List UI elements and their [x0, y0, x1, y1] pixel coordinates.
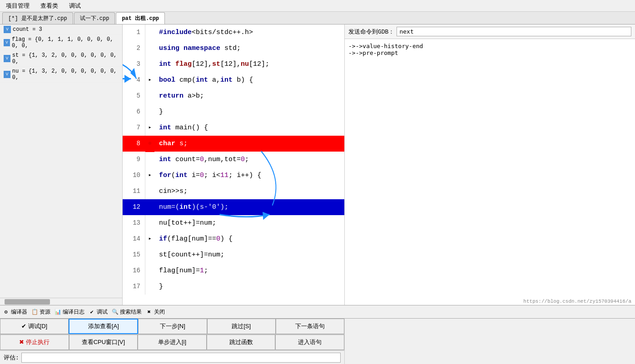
line-number-15: 15 [123, 247, 145, 263]
code-line-6: 6} [123, 104, 344, 120]
line-code-3: int flag[12],st[12],nu[12]; [154, 56, 344, 72]
line-number-14: 14 [123, 231, 145, 247]
line-code-1: #include<bits/stdc++.h> [154, 25, 344, 40]
breakpoint-icon: ● [148, 139, 152, 148]
line-number-12: 12 [123, 199, 145, 215]
build-log-icon: 📊 [54, 308, 61, 315]
add-watch-button[interactable]: 添加查看[A] [69, 319, 138, 334]
line-number-9: 9 [123, 152, 145, 167]
line-number-2: 2 [123, 40, 145, 56]
code-line-16: 16flag[num]=1; [123, 263, 344, 279]
line-number-6: 6 [123, 104, 145, 120]
tab-0[interactable]: [*] 是不是太胖了.cpp [2, 12, 73, 24]
line-number-5: 5 [123, 88, 145, 104]
right-panel: 发送命令到GDB： ->->value-history-end ->->pre-… [344, 25, 635, 305]
code-line-10: 10▸for(int i=0; i<11; i++) { [123, 167, 344, 183]
code-line-3: 3int flag[12],st[12],nu[12]; [123, 56, 344, 72]
var-item-1[interactable]: V flag = {0, 1, 1, 1, 0, 0, 0, 0, 0, 0, [0, 35, 122, 51]
eval-label: 评估: [4, 354, 19, 362]
menu-view[interactable]: 查看类 [37, 1, 62, 11]
var-text-0: count = 3 [13, 26, 42, 33]
line-code-8: char s; [154, 136, 344, 152]
toolbar-debug[interactable]: ✔ 调试 [88, 308, 108, 316]
step-into-button[interactable]: 单步进入[i] [138, 334, 207, 350]
code-line-4: 4▸bool cmp(int a,int b) { [123, 72, 344, 88]
var-text-2: st = {1, 3, 2, 0, 0, 0, 0, 0, 0, 0, [12, 52, 119, 65]
menu-project[interactable]: 项目管理 [2, 1, 33, 11]
line-code-2: using namespace std; [154, 40, 344, 56]
next-step-button[interactable]: 下一步[N] [138, 319, 207, 334]
menu-debug[interactable]: 调试 [65, 1, 84, 11]
bottom-toolbar: ⚙ 编译器 📋 资源 📊 编译日志 ✔ 调试 🔍 搜索结果 ✖ 关闭 [0, 305, 635, 319]
line-number-13: 13 [123, 215, 145, 231]
gdb-command-input[interactable] [397, 27, 631, 36]
line-code-12: num=(int)(s-'0'); [154, 199, 344, 215]
line-number-4: 4 [123, 72, 145, 88]
skip-func-button[interactable]: 跳过函数 [207, 334, 276, 350]
line-number-16: 16 [123, 263, 145, 279]
code-line-9: 9int count=0,num,tot=0; [123, 152, 344, 167]
line-code-17: } [154, 279, 344, 295]
line-number-17: 17 [123, 279, 145, 295]
code-line-11: 11cin>>s; [123, 183, 344, 199]
menu-bar: 项目管理 查看类 调试 [0, 0, 635, 12]
code-line-12: 12num=(int)(s-'0'); [123, 199, 344, 215]
bottom-left: ✔ 调试[D] 添加查看[A] 下一步[N] 跳过[S] 下一条语句 ✖ 停止执… [0, 319, 344, 364]
line-code-5: return a>b; [154, 88, 344, 104]
var-item-2[interactable]: V st = {1, 3, 2, 0, 0, 0, 0, 0, 0, 0, [0, 51, 122, 67]
toolbar-compiler-label: 编译器 [11, 308, 27, 316]
eval-bar: 评估: [0, 350, 344, 364]
var-item-3[interactable]: V nu = {1, 3, 2, 0, 0, 0, 0, 0, 0, 0, [0, 67, 122, 83]
line-code-13: nu[tot++]=num; [154, 215, 344, 231]
stop-exec-button[interactable]: ✖ 停止执行 [0, 334, 69, 350]
skip-button[interactable]: 跳过[S] [207, 319, 276, 334]
toolbar-compiler[interactable]: ⚙ 编译器 [2, 308, 27, 316]
gdb-label: 发送命令到GDB： [348, 28, 394, 36]
eval-input[interactable] [21, 353, 341, 363]
var-icon-0: V [4, 26, 11, 33]
line-code-16: flag[num]=1; [154, 263, 344, 279]
view-cpu-button[interactable]: 查看CPU窗口[V] [69, 334, 138, 350]
gdb-url: https://blog.csdn.net/zy1570394416/a [345, 298, 635, 305]
line-code-9: int count=0,num,tot=0; [154, 152, 344, 167]
h-scrollbar[interactable] [0, 298, 122, 305]
action-buttons-row2: ✖ 停止执行 查看CPU窗口[V] 单步进入[i] 跳过函数 进入语句 [0, 334, 344, 350]
line-indicator-10: ▸ [145, 167, 154, 183]
bottom-area: ✔ 调试[D] 添加查看[A] 下一步[N] 跳过[S] 下一条语句 ✖ 停止执… [0, 319, 635, 364]
var-icon-1: V [4, 39, 10, 46]
action-buttons-row1: ✔ 调试[D] 添加查看[A] 下一步[N] 跳过[S] 下一条语句 [0, 319, 344, 334]
toolbar-resources[interactable]: 📋 资源 [31, 308, 50, 316]
toolbar-search-results[interactable]: 🔍 搜索结果 [111, 308, 142, 316]
code-line-2: 2using namespace std; [123, 40, 344, 56]
code-line-8: 8●char s; [123, 136, 344, 152]
var-text-3: nu = {1, 3, 2, 0, 0, 0, 0, 0, 0, 0, [12, 68, 119, 81]
code-line-17: 17} [123, 279, 344, 295]
main-area: V count = 3 V flag = {0, 1, 1, 1, 0, 0, … [0, 25, 635, 305]
line-indicator-14: ▸ [145, 231, 154, 247]
debug-button[interactable]: ✔ 调试[D] [0, 319, 69, 334]
var-text-1: flag = {0, 1, 1, 1, 0, 0, 0, 0, 0, 0, [12, 36, 119, 49]
line-code-6: } [154, 104, 344, 120]
toolbar-close[interactable]: ✖ 关闭 [145, 308, 165, 316]
code-editor[interactable]: 1#include<bits/stdc++.h>2using namespace… [123, 25, 344, 305]
var-icon-2: V [4, 55, 10, 62]
close-icon: ✖ [145, 308, 153, 315]
debug-icon: ✔ [88, 308, 95, 315]
bottom-right [344, 319, 635, 364]
enter-statement-button[interactable]: 进入语句 [275, 334, 344, 350]
code-line-15: 15st[count++]=num; [123, 247, 344, 263]
tab-2[interactable]: pat 出租.cpp [116, 12, 165, 24]
toolbar-build-log-label: 编译日志 [63, 308, 84, 316]
var-item-0[interactable]: V count = 3 [0, 25, 122, 35]
variables-panel: V count = 3 V flag = {0, 1, 1, 1, 0, 0, … [0, 25, 123, 305]
line-number-8: 8 [123, 136, 145, 152]
gdb-input-row: 发送命令到GDB： [345, 25, 635, 39]
gdb-output: ->->value-history-end ->->pre-prompt [345, 39, 635, 298]
var-icon-3: V [4, 71, 10, 78]
code-lines: 1#include<bits/stdc++.h>2using namespace… [123, 25, 344, 305]
toolbar-build-log[interactable]: 📊 编译日志 [54, 308, 84, 316]
scrollbar-thumb[interactable] [5, 299, 50, 305]
next-statement-button[interactable]: 下一条语句 [276, 319, 344, 334]
line-number-3: 3 [123, 56, 145, 72]
tab-1[interactable]: 试一下.cpp [74, 12, 115, 24]
